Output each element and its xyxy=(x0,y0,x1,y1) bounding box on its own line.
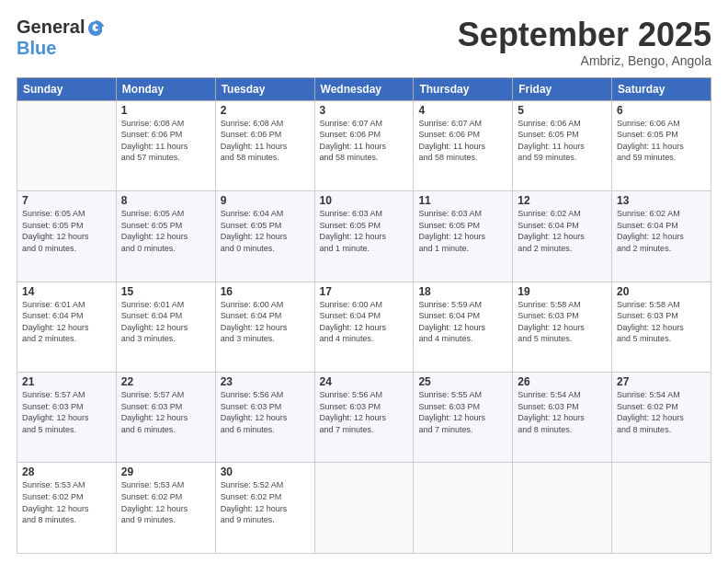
col-thursday: Thursday xyxy=(414,77,513,100)
day-info: Sunrise: 6:03 AMSunset: 6:05 PMDaylight:… xyxy=(418,208,507,254)
day-number: 28 xyxy=(22,465,111,478)
calendar-week-row: 14Sunrise: 6:01 AMSunset: 6:04 PMDayligh… xyxy=(17,282,711,372)
table-row: 17Sunrise: 6:00 AMSunset: 6:04 PMDayligh… xyxy=(314,282,414,372)
day-number: 27 xyxy=(617,375,706,388)
table-row: 15Sunrise: 6:01 AMSunset: 6:04 PMDayligh… xyxy=(116,282,215,372)
page-header: General Blue September 2025 Ambriz, Beng… xyxy=(17,17,711,68)
table-row: 23Sunrise: 5:56 AMSunset: 6:03 PMDayligh… xyxy=(215,373,314,463)
location: Ambriz, Bengo, Angola xyxy=(458,53,711,68)
table-row: 4Sunrise: 6:07 AMSunset: 6:06 PMDaylight… xyxy=(414,100,513,190)
table-row: 21Sunrise: 5:57 AMSunset: 6:03 PMDayligh… xyxy=(17,373,117,463)
table-row xyxy=(17,100,117,190)
day-number: 20 xyxy=(617,285,706,298)
day-number: 11 xyxy=(418,194,507,207)
day-info: Sunrise: 6:01 AMSunset: 6:04 PMDaylight:… xyxy=(121,299,210,345)
table-row xyxy=(314,463,414,554)
table-row xyxy=(612,463,711,554)
calendar-header-row: Sunday Monday Tuesday Wednesday Thursday… xyxy=(17,77,711,100)
calendar-table: Sunday Monday Tuesday Wednesday Thursday… xyxy=(17,77,711,554)
day-number: 26 xyxy=(518,375,607,388)
table-row: 5Sunrise: 6:06 AMSunset: 6:05 PMDaylight… xyxy=(513,100,612,190)
day-info: Sunrise: 6:06 AMSunset: 6:05 PMDaylight:… xyxy=(518,118,607,164)
table-row: 22Sunrise: 5:57 AMSunset: 6:03 PMDayligh… xyxy=(116,373,215,463)
day-number: 16 xyxy=(221,285,310,298)
day-info: Sunrise: 6:08 AMSunset: 6:06 PMDaylight:… xyxy=(121,118,210,164)
col-friday: Friday xyxy=(513,77,612,100)
day-info: Sunrise: 6:02 AMSunset: 6:04 PMDaylight:… xyxy=(518,208,607,254)
day-info: Sunrise: 5:56 AMSunset: 6:03 PMDaylight:… xyxy=(221,389,310,435)
day-info: Sunrise: 6:05 AMSunset: 6:05 PMDaylight:… xyxy=(121,208,210,254)
day-number: 12 xyxy=(518,194,607,207)
day-number: 5 xyxy=(518,104,607,117)
day-info: Sunrise: 5:53 AMSunset: 6:02 PMDaylight:… xyxy=(22,479,111,525)
table-row: 8Sunrise: 6:05 AMSunset: 6:05 PMDaylight… xyxy=(116,191,215,282)
day-number: 1 xyxy=(121,104,210,117)
day-info: Sunrise: 6:04 AMSunset: 6:05 PMDaylight:… xyxy=(221,208,310,254)
table-row: 7Sunrise: 6:05 AMSunset: 6:05 PMDaylight… xyxy=(17,191,117,282)
day-number: 8 xyxy=(121,194,210,207)
col-sunday: Sunday xyxy=(17,77,117,100)
table-row: 14Sunrise: 6:01 AMSunset: 6:04 PMDayligh… xyxy=(17,282,117,372)
table-row: 6Sunrise: 6:06 AMSunset: 6:05 PMDaylight… xyxy=(612,100,711,190)
table-row: 16Sunrise: 6:00 AMSunset: 6:04 PMDayligh… xyxy=(215,282,314,372)
calendar-week-row: 21Sunrise: 5:57 AMSunset: 6:03 PMDayligh… xyxy=(17,373,711,463)
day-info: Sunrise: 5:57 AMSunset: 6:03 PMDaylight:… xyxy=(22,389,111,435)
table-row: 26Sunrise: 5:54 AMSunset: 6:03 PMDayligh… xyxy=(513,373,612,463)
day-number: 10 xyxy=(320,194,409,207)
calendar-week-row: 28Sunrise: 5:53 AMSunset: 6:02 PMDayligh… xyxy=(17,463,711,554)
day-number: 17 xyxy=(320,285,409,298)
table-row: 27Sunrise: 5:54 AMSunset: 6:02 PMDayligh… xyxy=(612,373,711,463)
day-info: Sunrise: 6:02 AMSunset: 6:04 PMDaylight:… xyxy=(617,208,706,254)
col-tuesday: Tuesday xyxy=(215,77,314,100)
table-row: 19Sunrise: 5:58 AMSunset: 6:03 PMDayligh… xyxy=(513,282,612,372)
month-title: September 2025 xyxy=(458,17,711,53)
day-info: Sunrise: 5:59 AMSunset: 6:04 PMDaylight:… xyxy=(418,299,507,345)
calendar-week-row: 7Sunrise: 6:05 AMSunset: 6:05 PMDaylight… xyxy=(17,191,711,282)
table-row: 25Sunrise: 5:55 AMSunset: 6:03 PMDayligh… xyxy=(414,373,513,463)
day-number: 9 xyxy=(221,194,310,207)
logo-blue-text: Blue xyxy=(17,38,56,58)
title-block: September 2025 Ambriz, Bengo, Angola xyxy=(458,17,711,68)
table-row: 11Sunrise: 6:03 AMSunset: 6:05 PMDayligh… xyxy=(414,191,513,282)
day-info: Sunrise: 6:05 AMSunset: 6:05 PMDaylight:… xyxy=(22,208,111,254)
table-row: 13Sunrise: 6:02 AMSunset: 6:04 PMDayligh… xyxy=(612,191,711,282)
logo-icon xyxy=(85,17,106,38)
day-info: Sunrise: 6:06 AMSunset: 6:05 PMDaylight:… xyxy=(617,118,706,164)
day-info: Sunrise: 6:08 AMSunset: 6:06 PMDaylight:… xyxy=(221,118,310,164)
day-number: 18 xyxy=(418,285,507,298)
table-row: 20Sunrise: 5:58 AMSunset: 6:03 PMDayligh… xyxy=(612,282,711,372)
col-saturday: Saturday xyxy=(612,77,711,100)
day-number: 19 xyxy=(518,285,607,298)
day-info: Sunrise: 5:57 AMSunset: 6:03 PMDaylight:… xyxy=(121,389,210,435)
day-number: 3 xyxy=(320,104,409,117)
day-info: Sunrise: 5:53 AMSunset: 6:02 PMDaylight:… xyxy=(121,479,210,525)
table-row: 10Sunrise: 6:03 AMSunset: 6:05 PMDayligh… xyxy=(314,191,414,282)
day-number: 30 xyxy=(221,465,310,478)
table-row: 24Sunrise: 5:56 AMSunset: 6:03 PMDayligh… xyxy=(314,373,414,463)
day-number: 2 xyxy=(221,104,310,117)
table-row: 2Sunrise: 6:08 AMSunset: 6:06 PMDaylight… xyxy=(215,100,314,190)
day-info: Sunrise: 6:03 AMSunset: 6:05 PMDaylight:… xyxy=(320,208,409,254)
day-info: Sunrise: 6:07 AMSunset: 6:06 PMDaylight:… xyxy=(320,118,409,164)
day-info: Sunrise: 5:56 AMSunset: 6:03 PMDaylight:… xyxy=(320,389,409,435)
day-info: Sunrise: 5:54 AMSunset: 6:03 PMDaylight:… xyxy=(518,389,607,435)
day-number: 15 xyxy=(121,285,210,298)
day-info: Sunrise: 6:00 AMSunset: 6:04 PMDaylight:… xyxy=(320,299,409,345)
table-row: 3Sunrise: 6:07 AMSunset: 6:06 PMDaylight… xyxy=(314,100,414,190)
day-number: 6 xyxy=(617,104,706,117)
day-number: 14 xyxy=(22,285,111,298)
day-number: 21 xyxy=(22,375,111,388)
table-row: 30Sunrise: 5:52 AMSunset: 6:02 PMDayligh… xyxy=(215,463,314,554)
day-number: 7 xyxy=(22,194,111,207)
day-info: Sunrise: 5:58 AMSunset: 6:03 PMDaylight:… xyxy=(518,299,607,345)
day-number: 29 xyxy=(121,465,210,478)
day-number: 23 xyxy=(221,375,310,388)
calendar-week-row: 1Sunrise: 6:08 AMSunset: 6:06 PMDaylight… xyxy=(17,100,711,190)
day-number: 13 xyxy=(617,194,706,207)
day-info: Sunrise: 5:54 AMSunset: 6:02 PMDaylight:… xyxy=(617,389,706,435)
table-row: 12Sunrise: 6:02 AMSunset: 6:04 PMDayligh… xyxy=(513,191,612,282)
day-info: Sunrise: 5:55 AMSunset: 6:03 PMDaylight:… xyxy=(418,389,507,435)
day-number: 25 xyxy=(418,375,507,388)
table-row xyxy=(513,463,612,554)
table-row: 9Sunrise: 6:04 AMSunset: 6:05 PMDaylight… xyxy=(215,191,314,282)
